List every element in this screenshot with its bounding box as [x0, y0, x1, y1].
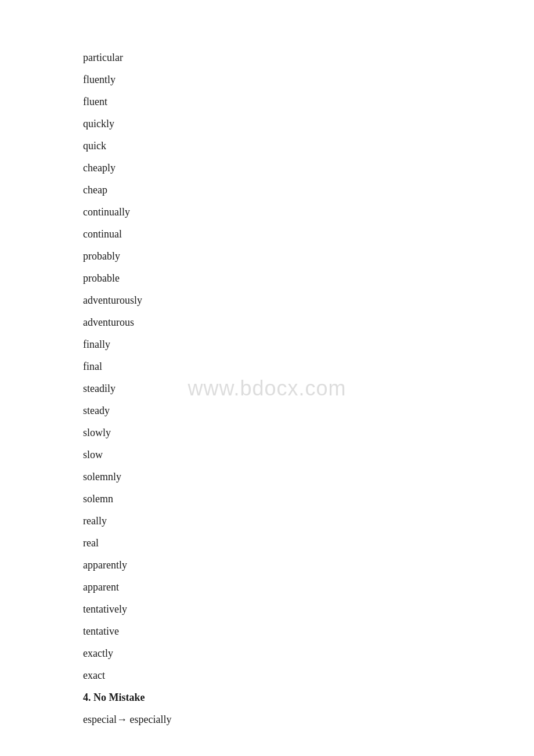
word-item: continual — [83, 223, 534, 245]
word-item: cheaply — [83, 157, 534, 179]
word-item: tentatively — [83, 598, 534, 620]
word-item: adventurous — [83, 311, 534, 333]
word-item: solemn — [83, 488, 534, 510]
word-item: adventurously — [83, 289, 534, 311]
words-list: particularfluentlyfluentquicklyquickchea… — [83, 46, 534, 730]
page-content: www.bdocx.com particularfluentlyfluentqu… — [0, 0, 534, 756]
word-item: slow — [83, 444, 534, 466]
word-item: exactly — [83, 642, 534, 664]
word-item: particular — [83, 46, 534, 69]
word-item: continually — [83, 201, 534, 223]
word-item: 4. No Mistake — [83, 686, 534, 708]
word-item: real — [83, 532, 534, 554]
word-item: solemnly — [83, 466, 534, 488]
word-item: steadily — [83, 377, 534, 399]
word-item: apparently — [83, 554, 534, 576]
word-item: really — [83, 510, 534, 532]
word-item: apparent — [83, 576, 534, 598]
word-item: probable — [83, 267, 534, 289]
word-item: finally — [83, 333, 534, 355]
word-item: quickly — [83, 113, 534, 135]
word-item: especial→ especially — [83, 708, 534, 730]
word-item: fluent — [83, 91, 534, 113]
word-item: probably — [83, 245, 534, 267]
word-item: slowly — [83, 422, 534, 444]
word-item: exact — [83, 664, 534, 686]
word-item: tentative — [83, 620, 534, 642]
word-item: steady — [83, 399, 534, 422]
word-item: cheap — [83, 179, 534, 201]
word-item: fluently — [83, 69, 534, 91]
word-item: final — [83, 355, 534, 377]
word-item: quick — [83, 135, 534, 157]
